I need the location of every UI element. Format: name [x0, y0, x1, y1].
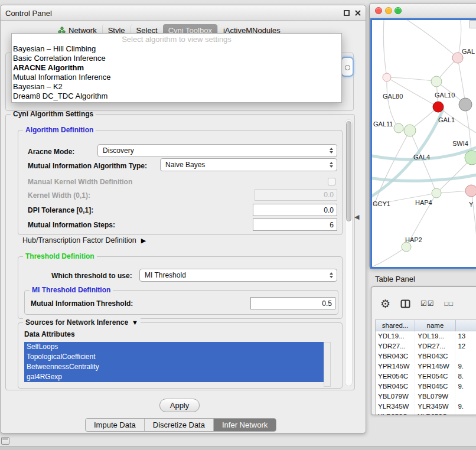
table-cell: 9.	[455, 402, 476, 412]
mi-algorithm-type-combobox[interactable]: Naive Bayes	[160, 158, 337, 171]
network-edge	[383, 20, 387, 77]
data-attribute-item[interactable]: TopologicalCoefficient	[24, 352, 324, 362]
columns-icon[interactable]	[400, 299, 410, 308]
table-cell: YER054C	[415, 371, 455, 381]
table-row[interactable]: YBL079WYBL079W	[376, 392, 476, 402]
zoom-traffic-light[interactable]	[395, 7, 402, 14]
panel-collapse-arrow[interactable]: ◀	[354, 213, 359, 221]
table-row[interactable]: YBR043CYBR043C	[376, 351, 476, 361]
settings-scrollbar-thumb[interactable]	[346, 121, 351, 221]
table-column-header[interactable]: name	[415, 320, 455, 331]
table-row[interactable]: YPR145WYPR145W9.	[376, 361, 476, 371]
network-node-gray[interactable]	[459, 98, 472, 111]
settings-group-title: Cyni Algorithm Settings	[11, 110, 96, 118]
close-traffic-light[interactable]	[375, 7, 382, 14]
table-row[interactable]: YER054CYER054C8.	[376, 371, 476, 381]
mi-threshold-label: Mutual Information Threshold:	[31, 299, 133, 308]
dpi-tolerance-field[interactable]: 0.0	[253, 204, 337, 216]
manual-kernel-checkbox[interactable]	[328, 178, 335, 185]
data-attributes-list: SelfLoopsTopologicalCoefficientBetweenne…	[24, 342, 324, 387]
network-canvas[interactable]: GALGAL80GAL10GAL11GAL1SWI4GAL4GCY1HAP4HA…	[370, 18, 476, 269]
tab-infer-network[interactable]: Infer Network	[213, 419, 276, 431]
manual-kernel-label: Manual Kernel Width Definition	[28, 178, 132, 186]
algorithm-popup-item[interactable]: Dream8 DC_TDC Algorithm	[12, 92, 341, 101]
data-attribute-item[interactable]: SelfLoops	[24, 342, 324, 352]
minimize-traffic-light[interactable]	[385, 7, 392, 14]
algorithm-popup-item[interactable]: Bayesian – Hill Climbing	[12, 44, 341, 54]
network-node-label: GAL11	[373, 120, 393, 128]
data-attribute-item[interactable]: BetweennessCentrality	[24, 362, 324, 372]
table-row[interactable]: YLR052CYLR052C	[376, 412, 476, 415]
algorithm-popup-item[interactable]: Bayesian – K2	[12, 82, 341, 92]
network-node-green-hap4[interactable]	[432, 188, 441, 198]
network-node-green-gal1[interactable]	[404, 125, 416, 136]
network-node-green-right[interactable]	[465, 151, 476, 165]
table-cell: YER054C	[376, 371, 415, 381]
table-column-header[interactable]	[456, 320, 476, 331]
table-row[interactable]: YLR345WYLR345W9.	[376, 402, 476, 412]
close-icon[interactable]	[355, 10, 361, 16]
network-edge	[458, 20, 461, 58]
mi-threshold-group: MI Threshold Definition Mutual Informati…	[24, 290, 338, 315]
network-node-red[interactable]	[433, 102, 444, 112]
hub-definition-expander[interactable]: Hub/Transcription Factor Definition ▶	[22, 236, 146, 244]
unchecked-boxes-icon[interactable]: □□	[445, 300, 454, 307]
network-canvas-svg: GALGAL80GAL10GAL11GAL1SWI4GAL4GCY1HAP4HA…	[372, 20, 476, 267]
data-attribute-item[interactable]: gal4RGexp	[24, 372, 324, 382]
table-cell: YDR27...	[415, 341, 455, 351]
which-threshold-combobox[interactable]: MI Threshold	[139, 269, 337, 282]
table-cell: YDL19...	[376, 331, 415, 341]
mi-steps-field[interactable]: 6	[253, 219, 337, 231]
network-node-label: GCY1	[373, 200, 390, 207]
focused-combobox-fragment	[341, 57, 354, 77]
network-node-label: SWI4	[452, 140, 468, 147]
algorithm-popup-placeholder: Select algorithm to view settings	[12, 35, 341, 44]
float-window-icon[interactable]	[344, 10, 350, 16]
tab-discretize-data[interactable]: Discretize Data	[144, 419, 213, 431]
kernel-width-field[interactable]: 0.0	[255, 189, 337, 201]
network-node-green-hap2[interactable]	[402, 242, 411, 252]
table-row[interactable]: YBR045CYBR045C9.	[376, 381, 476, 392]
table-cell: 8.	[455, 371, 476, 381]
network-node-green-gal11[interactable]	[394, 123, 403, 133]
network-node-pink-right[interactable]	[465, 185, 476, 197]
attribute-table: shared...name YDL19...YDL19...13YDR27...…	[375, 319, 476, 415]
control-panel-title: Control Panel	[5, 9, 52, 18]
tab-impute-data[interactable]: Impute Data	[86, 419, 144, 431]
algorithm-popup-item[interactable]: Mutual Information Inference	[12, 73, 341, 82]
attribute-list-scrollbar[interactable]	[324, 342, 331, 387]
network-node-label: GAL1	[438, 116, 455, 123]
table-cell: YLR345W	[376, 402, 415, 412]
table-cell: 13	[455, 331, 476, 341]
minimized-panel-icon[interactable]	[1, 437, 9, 445]
threshold-definition-group: Threshold Definition Which threshold to …	[18, 256, 343, 319]
algorithm-popup-item[interactable]: Basic Correlation Inference	[12, 54, 341, 63]
settings-scrollbar[interactable]	[345, 119, 353, 386]
expander-down-icon: ▼	[132, 319, 138, 326]
checked-boxes-icon[interactable]: ☑☑	[420, 299, 435, 308]
network-edge	[372, 175, 476, 181]
table-row[interactable]: YDR27...YDR27...12	[376, 341, 476, 351]
apply-button[interactable]: Apply	[159, 399, 200, 412]
network-node-green-1[interactable]	[431, 76, 442, 87]
network-edge	[387, 77, 436, 81]
kernel-width-label: Kernel Width (0,1):	[28, 191, 90, 200]
table-cell	[455, 412, 476, 415]
control-panel-window: Control Panel Network Style Select Cyni …	[0, 5, 366, 433]
mi-steps-label: Mutual Information Steps:	[28, 221, 115, 229]
network-node-pale-1[interactable]	[383, 73, 391, 81]
network-view-window: GALGAL80GAL10GAL11GAL1SWI4GAL4GCY1HAP4HA…	[369, 3, 476, 269]
sources-expander[interactable]: Sources for Network Inference ▼	[23, 318, 141, 327]
gear-icon[interactable]: ⚙	[380, 298, 390, 309]
hub-expander-label: Hub/Transcription Factor Definition	[22, 236, 136, 244]
algorithm-popup-item[interactable]: ARACNE Algorithm	[12, 63, 341, 73]
table-column-header[interactable]: shared...	[376, 320, 415, 331]
table-row[interactable]: YDL19...YDL19...13	[376, 331, 476, 341]
network-edge	[407, 20, 458, 58]
network-edge	[387, 77, 438, 107]
table-panel-title: Table Panel	[375, 275, 415, 283]
aracne-mode-combobox[interactable]: Discovery	[97, 144, 337, 157]
table-cell: YBR045C	[376, 381, 415, 392]
mi-threshold-field[interactable]: 0.5	[250, 297, 335, 309]
table-panel-window: ⚙ ☑☑ □□ shared...name YDL19...YDL19...13…	[371, 286, 476, 415]
